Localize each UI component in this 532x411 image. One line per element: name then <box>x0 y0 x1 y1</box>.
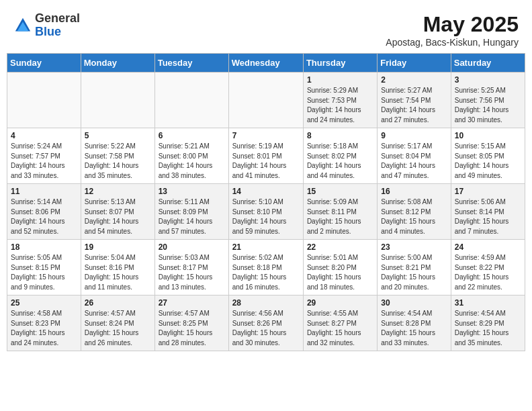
logo-text: General Blue <box>35 12 80 39</box>
day-number: 9 <box>381 131 447 140</box>
day-number: 21 <box>232 242 300 252</box>
day-info: Sunrise: 5:04 AM Sunset: 8:16 PM Dayligh… <box>85 253 151 292</box>
day-info: Sunrise: 4:54 AM Sunset: 8:28 PM Dayligh… <box>381 309 447 348</box>
day-number: 13 <box>159 187 225 196</box>
day-info: Sunrise: 5:15 AM Sunset: 8:05 PM Dayligh… <box>455 142 521 181</box>
calendar-cell: 25Sunrise: 4:58 AM Sunset: 8:23 PM Dayli… <box>7 295 81 351</box>
calendar-cell <box>81 73 154 128</box>
day-number: 4 <box>11 131 77 140</box>
calendar-cell: 19Sunrise: 5:04 AM Sunset: 8:16 PM Dayli… <box>81 240 154 295</box>
calendar-cell: 12Sunrise: 5:13 AM Sunset: 8:07 PM Dayli… <box>81 184 154 240</box>
day-info: Sunrise: 5:03 AM Sunset: 8:17 PM Dayligh… <box>159 253 225 292</box>
day-info: Sunrise: 5:06 AM Sunset: 8:14 PM Dayligh… <box>455 197 521 236</box>
calendar-table: SundayMondayTuesdayWednesdayThursdayFrid… <box>7 53 525 351</box>
logo-blue: Blue <box>35 26 80 39</box>
day-number: 31 <box>455 298 521 308</box>
day-number: 26 <box>85 298 151 308</box>
calendar-week-row: 25Sunrise: 4:58 AM Sunset: 8:23 PM Dayli… <box>7 295 525 351</box>
logo-icon <box>13 16 32 35</box>
calendar-week-row: 18Sunrise: 5:05 AM Sunset: 8:15 PM Dayli… <box>7 240 525 295</box>
day-number: 15 <box>307 187 373 196</box>
calendar-cell: 26Sunrise: 4:57 AM Sunset: 8:24 PM Dayli… <box>81 295 154 351</box>
day-info: Sunrise: 4:57 AM Sunset: 8:24 PM Dayligh… <box>85 309 151 348</box>
day-number: 18 <box>11 242 77 252</box>
calendar-cell: 9Sunrise: 5:17 AM Sunset: 8:04 PM Daylig… <box>378 128 451 184</box>
day-info: Sunrise: 5:24 AM Sunset: 7:57 PM Dayligh… <box>11 142 77 181</box>
weekday-header-saturday: Saturday <box>451 54 525 73</box>
logo: General Blue <box>13 12 80 39</box>
day-number: 23 <box>381 242 447 252</box>
title-block: May 2025 Apostag, Bacs-Kiskun, Hungary <box>386 12 519 48</box>
day-info: Sunrise: 5:08 AM Sunset: 8:12 PM Dayligh… <box>381 197 447 236</box>
day-info: Sunrise: 5:01 AM Sunset: 8:20 PM Dayligh… <box>307 253 373 292</box>
calendar-cell: 30Sunrise: 4:54 AM Sunset: 8:28 PM Dayli… <box>378 295 451 351</box>
day-number: 5 <box>85 131 151 140</box>
day-info: Sunrise: 4:59 AM Sunset: 8:22 PM Dayligh… <box>455 253 521 292</box>
day-number: 24 <box>455 242 521 252</box>
day-info: Sunrise: 5:19 AM Sunset: 8:01 PM Dayligh… <box>232 142 300 181</box>
calendar-cell: 7Sunrise: 5:19 AM Sunset: 8:01 PM Daylig… <box>228 128 303 184</box>
day-info: Sunrise: 5:17 AM Sunset: 8:04 PM Dayligh… <box>381 142 447 181</box>
weekday-header-sunday: Sunday <box>7 54 81 73</box>
calendar-cell: 16Sunrise: 5:08 AM Sunset: 8:12 PM Dayli… <box>378 184 451 240</box>
day-number: 29 <box>307 298 373 308</box>
day-info: Sunrise: 5:02 AM Sunset: 8:18 PM Dayligh… <box>232 253 300 292</box>
calendar-cell: 5Sunrise: 5:22 AM Sunset: 7:58 PM Daylig… <box>81 128 154 184</box>
day-number: 14 <box>232 187 300 196</box>
calendar-cell: 31Sunrise: 4:54 AM Sunset: 8:29 PM Dayli… <box>451 295 525 351</box>
day-info: Sunrise: 5:27 AM Sunset: 7:54 PM Dayligh… <box>381 86 447 125</box>
calendar-cell: 14Sunrise: 5:10 AM Sunset: 8:10 PM Dayli… <box>228 184 303 240</box>
day-info: Sunrise: 5:05 AM Sunset: 8:15 PM Dayligh… <box>11 253 77 292</box>
day-number: 11 <box>11 187 77 196</box>
weekday-header-tuesday: Tuesday <box>154 54 228 73</box>
location-subtitle: Apostag, Bacs-Kiskun, Hungary <box>386 37 519 48</box>
day-number: 19 <box>85 242 151 252</box>
day-info: Sunrise: 5:18 AM Sunset: 8:02 PM Dayligh… <box>307 142 373 181</box>
day-number: 6 <box>159 131 225 140</box>
day-info: Sunrise: 5:09 AM Sunset: 8:11 PM Dayligh… <box>307 197 373 236</box>
logo-general: General <box>35 12 80 26</box>
day-info: Sunrise: 4:57 AM Sunset: 8:25 PM Dayligh… <box>159 309 225 348</box>
day-info: Sunrise: 4:56 AM Sunset: 8:26 PM Dayligh… <box>232 309 300 348</box>
weekday-header-row: SundayMondayTuesdayWednesdayThursdayFrid… <box>7 54 525 73</box>
calendar-cell: 18Sunrise: 5:05 AM Sunset: 8:15 PM Dayli… <box>7 240 81 295</box>
calendar-cell: 4Sunrise: 5:24 AM Sunset: 7:57 PM Daylig… <box>7 128 81 184</box>
calendar-cell: 10Sunrise: 5:15 AM Sunset: 8:05 PM Dayli… <box>451 128 525 184</box>
day-number: 20 <box>159 242 225 252</box>
day-info: Sunrise: 5:29 AM Sunset: 7:53 PM Dayligh… <box>307 86 373 125</box>
calendar-cell: 15Sunrise: 5:09 AM Sunset: 8:11 PM Dayli… <box>303 184 377 240</box>
page-header: General Blue May 2025 Apostag, Bacs-Kisk… <box>7 7 525 50</box>
day-number: 3 <box>455 75 521 85</box>
calendar-week-row: 1Sunrise: 5:29 AM Sunset: 7:53 PM Daylig… <box>7 73 525 128</box>
weekday-header-friday: Friday <box>378 54 451 73</box>
calendar-cell: 22Sunrise: 5:01 AM Sunset: 8:20 PM Dayli… <box>303 240 377 295</box>
calendar-cell: 29Sunrise: 4:55 AM Sunset: 8:27 PM Dayli… <box>303 295 377 351</box>
calendar-cell <box>228 73 303 128</box>
day-number: 17 <box>455 187 521 196</box>
day-info: Sunrise: 5:13 AM Sunset: 8:07 PM Dayligh… <box>85 197 151 236</box>
day-number: 12 <box>85 187 151 196</box>
day-number: 1 <box>307 75 373 85</box>
day-number: 16 <box>381 187 447 196</box>
calendar-cell: 28Sunrise: 4:56 AM Sunset: 8:26 PM Dayli… <box>228 295 303 351</box>
calendar-cell: 23Sunrise: 5:00 AM Sunset: 8:21 PM Dayli… <box>378 240 451 295</box>
weekday-header-monday: Monday <box>81 54 154 73</box>
day-number: 25 <box>11 298 77 308</box>
calendar-cell: 21Sunrise: 5:02 AM Sunset: 8:18 PM Dayli… <box>228 240 303 295</box>
calendar-cell: 3Sunrise: 5:25 AM Sunset: 7:56 PM Daylig… <box>451 73 525 128</box>
day-info: Sunrise: 4:58 AM Sunset: 8:23 PM Dayligh… <box>11 309 77 348</box>
calendar-cell: 6Sunrise: 5:21 AM Sunset: 8:00 PM Daylig… <box>154 128 228 184</box>
day-info: Sunrise: 5:25 AM Sunset: 7:56 PM Dayligh… <box>455 86 521 125</box>
weekday-header-wednesday: Wednesday <box>228 54 303 73</box>
calendar-week-row: 11Sunrise: 5:14 AM Sunset: 8:06 PM Dayli… <box>7 184 525 240</box>
day-info: Sunrise: 5:14 AM Sunset: 8:06 PM Dayligh… <box>11 197 77 236</box>
calendar-cell: 24Sunrise: 4:59 AM Sunset: 8:22 PM Dayli… <box>451 240 525 295</box>
day-info: Sunrise: 5:22 AM Sunset: 7:58 PM Dayligh… <box>85 142 151 181</box>
calendar-cell: 20Sunrise: 5:03 AM Sunset: 8:17 PM Dayli… <box>154 240 228 295</box>
day-number: 2 <box>381 75 447 85</box>
day-info: Sunrise: 4:55 AM Sunset: 8:27 PM Dayligh… <box>307 309 373 348</box>
weekday-header-thursday: Thursday <box>303 54 377 73</box>
day-number: 30 <box>381 298 447 308</box>
calendar-cell <box>7 73 81 128</box>
calendar-cell: 17Sunrise: 5:06 AM Sunset: 8:14 PM Dayli… <box>451 184 525 240</box>
